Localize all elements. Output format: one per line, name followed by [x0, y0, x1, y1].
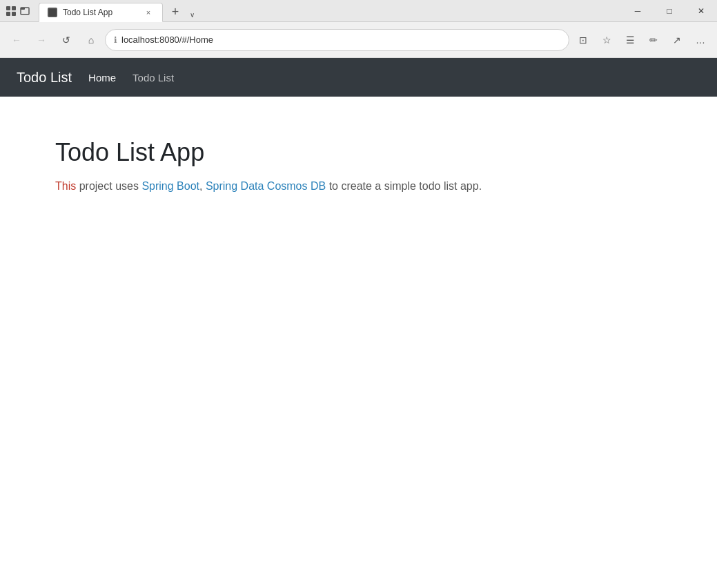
svg-rect-1 [12, 6, 16, 10]
desc-this: This [55, 180, 76, 192]
svg-rect-3 [12, 12, 16, 16]
tab-dropdown-button[interactable]: ∨ [185, 8, 199, 21]
browser-window: Todo List App × + ∨ ─ □ ✕ ← → ↺ [0, 0, 717, 588]
page-description: This project uses Spring Boot, Spring Da… [55, 178, 662, 195]
svg-rect-6 [49, 9, 56, 16]
tab-close-button[interactable]: × [143, 7, 154, 18]
active-tab[interactable]: Todo List App × [39, 3, 163, 22]
more-button[interactable]: … [689, 29, 711, 51]
page-heading: Todo List App [55, 138, 662, 167]
svg-rect-0 [6, 6, 10, 10]
desc-spring-boot: Spring Boot [141, 180, 199, 192]
tab-list-icon [19, 6, 30, 17]
app-navbar: Todo List Home Todo List [0, 58, 717, 97]
tab-strip: Todo List App × + ∨ [36, 0, 622, 21]
split-view-button[interactable]: ⊡ [572, 29, 594, 51]
tab-favicon [48, 8, 57, 17]
address-bar-input[interactable]: ℹ localhost:8080/#/Home [105, 29, 569, 51]
main-content: Todo List App This project uses Spring B… [0, 97, 717, 588]
desc-comma1: , [199, 180, 206, 192]
refresh-button[interactable]: ↺ [55, 29, 77, 51]
svg-rect-2 [6, 12, 10, 16]
favorites-star-button[interactable]: ☆ [596, 29, 618, 51]
nav-todo-list-link[interactable]: Todo List [132, 72, 174, 84]
new-tab-button[interactable]: + [166, 2, 185, 21]
share-button[interactable]: ↗ [666, 29, 688, 51]
url-display: localhost:8080/#/Home [121, 35, 560, 45]
minimize-button[interactable]: ─ [622, 0, 654, 22]
desc-spring-data-cosmos: Spring Data Cosmos DB [206, 180, 326, 192]
back-button[interactable]: ← [6, 29, 28, 51]
window-controls: ─ □ ✕ [622, 0, 717, 21]
security-icon: ℹ [114, 35, 117, 45]
home-button[interactable]: ⌂ [80, 29, 102, 51]
svg-rect-5 [21, 8, 25, 10]
title-bar-left [0, 6, 36, 17]
forward-button[interactable]: → [30, 29, 52, 51]
app-brand[interactable]: Todo List [17, 70, 72, 86]
desc-project-uses: project uses [76, 180, 141, 192]
title-bar: Todo List App × + ∨ ─ □ ✕ [0, 0, 717, 22]
browser-icon [6, 6, 17, 17]
app-content: Todo List Home Todo List Todo List App T… [0, 58, 717, 588]
close-button[interactable]: ✕ [685, 0, 717, 22]
tab-title: Todo List App [63, 8, 137, 17]
notes-button[interactable]: ✏ [642, 29, 665, 51]
browser-toolbar-right: ⊡ ☆ ☰ ✏ ↗ … [572, 29, 711, 51]
nav-home-link[interactable]: Home [88, 72, 116, 84]
hub-button[interactable]: ☰ [619, 29, 641, 51]
maximize-button[interactable]: □ [654, 0, 685, 22]
desc-to-create: to create a simple todo list app. [326, 180, 482, 192]
address-bar: ← → ↺ ⌂ ℹ localhost:8080/#/Home ⊡ ☆ ☰ [0, 22, 717, 58]
